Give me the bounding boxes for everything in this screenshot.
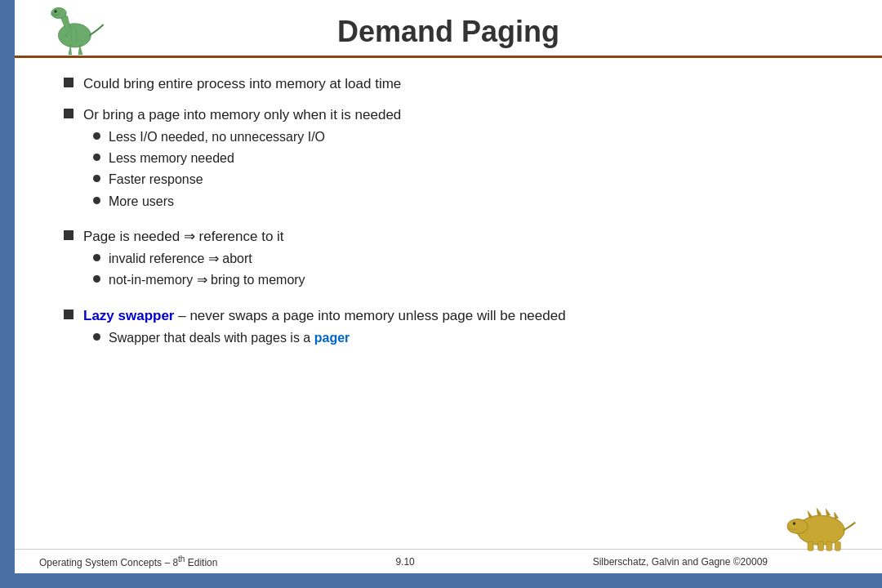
sub-bullet-1-2: Less memory needed xyxy=(93,149,833,167)
bottom-accent-bar xyxy=(0,573,882,588)
svg-point-2 xyxy=(54,10,56,12)
sub-list-2: invalid reference ⇒ abort not-in-memory … xyxy=(93,250,833,290)
bullet-square-3 xyxy=(64,230,74,240)
sub-bullet-3-1: Swapper that deals with pages is a pager xyxy=(93,329,833,347)
sub-bullet-1-3: Faster response xyxy=(93,171,833,189)
bullet-item-1: Could bring entire process into memory a… xyxy=(64,74,833,94)
header-dino xyxy=(39,4,105,61)
bullet-text-1: Could bring entire process into memory a… xyxy=(83,74,401,94)
bullet-square-4 xyxy=(64,310,74,319)
sub-text-1-1: Less I/O needed, no unnecessary I/O xyxy=(109,128,325,146)
sub-bullet-2-2: not-in-memory ⇒ bring to memory xyxy=(93,271,833,289)
svg-point-1 xyxy=(51,7,67,18)
bullet-item-3: Page is needed ⇒ reference to it xyxy=(64,227,833,247)
bullet-text-3: Page is needed ⇒ reference to it xyxy=(83,227,284,247)
bullet-item-3-container: Page is needed ⇒ reference to it invalid… xyxy=(64,227,833,290)
svg-rect-11 xyxy=(818,541,824,550)
sub-circle-1-4 xyxy=(93,197,100,204)
footer-center: 9.10 xyxy=(395,556,414,568)
sub-text-2-1: invalid reference ⇒ abort xyxy=(109,250,252,268)
slide-header: Demand Paging xyxy=(15,0,882,58)
sub-circle-1-2 xyxy=(93,154,100,161)
svg-rect-12 xyxy=(826,541,832,550)
svg-marker-6 xyxy=(808,511,813,518)
svg-rect-10 xyxy=(808,541,813,550)
sub-text-1-4: More users xyxy=(109,193,174,211)
slide-footer: Operating System Concepts – 8th Edition … xyxy=(15,549,882,573)
svg-point-5 xyxy=(793,522,795,524)
sub-text-3-1: Swapper that deals with pages is a pager xyxy=(109,329,350,347)
sub-circle-1-3 xyxy=(93,175,100,182)
svg-marker-7 xyxy=(817,508,822,515)
sub-bullet-1-4: More users xyxy=(93,193,833,211)
sub-circle-2-2 xyxy=(93,275,100,283)
bullet-item-2: Or bring a page into memory only when it… xyxy=(64,105,833,125)
footer-right: Silberschatz, Galvin and Gagne ©20009 xyxy=(593,556,858,568)
footer-left: Operating System Concepts – 8th Edition xyxy=(39,555,217,568)
left-accent-bar xyxy=(0,0,15,588)
sub-list-3: Swapper that deals with pages is a pager xyxy=(93,329,833,347)
sub-circle-3-1 xyxy=(93,333,100,341)
sub-bullet-1-1: Less I/O needed, no unnecessary I/O xyxy=(93,128,833,146)
bullet-item-4: Lazy swapper – never swaps a page into m… xyxy=(64,306,833,326)
lazy-swapper-text: Lazy swapper xyxy=(83,308,175,323)
sub-text-1-3: Faster response xyxy=(109,171,203,189)
sub-text-2-2: not-in-memory ⇒ bring to memory xyxy=(109,271,305,289)
bullet-text-2: Or bring a page into memory only when it… xyxy=(83,105,401,125)
svg-marker-9 xyxy=(835,512,839,519)
slide-content: Could bring entire process into memory a… xyxy=(15,58,882,549)
bullet-square-1 xyxy=(64,78,74,87)
svg-point-4 xyxy=(787,519,808,534)
bullet-square-2 xyxy=(64,109,74,118)
sub-text-1-2: Less memory needed xyxy=(109,149,234,167)
bullet-item-2-container: Or bring a page into memory only when it… xyxy=(64,105,833,211)
slide-container: Demand Paging Could bring entire process… xyxy=(15,0,882,573)
sub-circle-1-1 xyxy=(93,132,100,140)
sub-circle-2-1 xyxy=(93,254,100,261)
sub-bullet-2-1: invalid reference ⇒ abort xyxy=(93,250,833,268)
footer-dino xyxy=(784,500,858,553)
bullet-item-4-container: Lazy swapper – never swaps a page into m… xyxy=(64,306,833,347)
svg-rect-13 xyxy=(835,541,840,550)
sub-list-1: Less I/O needed, no unnecessary I/O Less… xyxy=(93,128,833,212)
pager-text: pager xyxy=(314,331,350,345)
svg-marker-8 xyxy=(826,509,831,516)
slide-title: Demand Paging xyxy=(337,15,559,49)
svg-point-0 xyxy=(58,24,91,47)
bullet-text-4: Lazy swapper – never swaps a page into m… xyxy=(83,306,566,326)
